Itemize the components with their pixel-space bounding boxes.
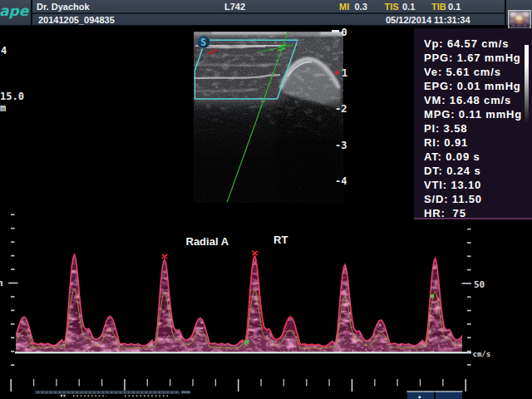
tis-value: 0.1 bbox=[402, 2, 415, 12]
measurement-line: VTI: 13.10 bbox=[424, 178, 530, 192]
velocity-ruler-tick bbox=[11, 228, 15, 229]
time-axis-tick bbox=[79, 379, 80, 387]
velocity-scale-label: 50 bbox=[474, 279, 485, 290]
velocity-ruler-tick bbox=[11, 337, 15, 338]
time-axis-tick bbox=[56, 379, 57, 387]
measurement-line: Vp: 64.57 cm/s bbox=[424, 37, 530, 51]
time-axis-tick bbox=[11, 379, 12, 392]
measurement-line: PPG: 1.67 mmHg bbox=[424, 51, 530, 65]
measurement-line: Ve: 5.61 cm/s bbox=[424, 65, 530, 79]
mi-label: MI bbox=[339, 2, 349, 12]
top-status-bar: cape Dr. Dyachok L742 MI 0.3 TIS 0.1 TIB… bbox=[0, 0, 532, 26]
left-fragment-gain: 4 bbox=[1, 46, 7, 56]
spectrum-baseline bbox=[15, 352, 471, 353]
time-axis-tick bbox=[466, 379, 466, 392]
measurement-line: MPG: 0.11 mmHg bbox=[424, 107, 530, 121]
measurement-line: RI: 0.91 bbox=[424, 135, 530, 150]
spectral-doppler-strip[interactable]: 50 cm/s bbox=[0, 206, 532, 399]
orientation-badge: S bbox=[197, 36, 209, 48]
tib-label: TIB bbox=[431, 2, 446, 12]
tib-value: 0.1 bbox=[448, 2, 461, 12]
tis-label: TIS bbox=[385, 2, 399, 12]
time-axis-tick bbox=[147, 379, 148, 387]
velocity-ruler-tick bbox=[11, 364, 15, 366]
time-axis-tick bbox=[306, 379, 307, 387]
time-axis-tick bbox=[33, 379, 34, 387]
badge-letter: S bbox=[200, 37, 206, 48]
left-fragment-freq: 15.0 bbox=[0, 91, 24, 101]
ultrasound-screen: cape Dr. Dyachok L742 MI 0.3 TIS 0.1 TIB… bbox=[0, 0, 532, 399]
exam-datetime: 05/12/2014 11:31:34 bbox=[386, 15, 470, 25]
depth-label-1: 1 bbox=[342, 68, 347, 78]
measurement-line: AT: 0.09 s bbox=[424, 150, 530, 164]
velocity-ruler-tick bbox=[11, 310, 15, 312]
row-separator bbox=[32, 12, 505, 14]
clip-thumbnail[interactable] bbox=[508, 10, 531, 29]
velocity-ruler-tick bbox=[462, 283, 472, 284]
time-axis-tick bbox=[215, 379, 216, 387]
measurement-list: Vp: 64.57 cm/sPPG: 1.67 mmHgVe: 5.61 cm/… bbox=[424, 37, 530, 220]
time-axis-tick bbox=[260, 379, 261, 387]
velocity-ruler-tick bbox=[467, 337, 471, 338]
measurement-line: S/D: 11.50 bbox=[424, 192, 530, 206]
velocity-ruler-tick bbox=[467, 310, 471, 312]
velocity-ruler-tick bbox=[11, 268, 15, 270]
measurement-line: PI: 3.58 bbox=[424, 121, 530, 135]
velocity-ruler-tick bbox=[11, 351, 15, 352]
depth-label-3: -3 bbox=[335, 140, 347, 150]
depth-tick-0 bbox=[332, 30, 340, 32]
patient-info-bar: Dr. Dyachok L742 MI 0.3 TIS 0.1 TIB 0.1 … bbox=[32, 0, 505, 25]
velocity-ruler-tick bbox=[467, 364, 471, 366]
exam-id: 20141205_094835 bbox=[38, 15, 115, 25]
time-axis-tick bbox=[420, 379, 421, 387]
mi-value: 0.3 bbox=[355, 2, 367, 12]
depth-label-4: -4 bbox=[335, 176, 347, 186]
velocity-ruler-tick bbox=[467, 351, 471, 352]
measurement-line: EPG: 0.01 mmHg bbox=[424, 79, 530, 93]
velocity-ruler-tick bbox=[11, 323, 15, 325]
velocity-ruler-tick bbox=[467, 255, 471, 257]
time-axis-tick bbox=[170, 379, 170, 387]
softkey-dot-icon bbox=[419, 397, 421, 399]
softkey-button-2[interactable] bbox=[436, 392, 462, 399]
velocity-ruler-tick bbox=[467, 269, 471, 271]
velocity-scale-unit: cm/s bbox=[473, 350, 491, 358]
velocity-ruler-tick bbox=[11, 214, 15, 215]
time-axis-tick bbox=[101, 379, 102, 387]
trace-cursor-dot bbox=[431, 294, 434, 298]
velocity-ruler-tick bbox=[467, 242, 471, 244]
time-axis-tick bbox=[124, 379, 125, 392]
velocity-ruler-tick bbox=[11, 296, 15, 298]
patient-name: Dr. Dyachok bbox=[37, 2, 90, 12]
time-axis-tick bbox=[283, 379, 284, 387]
velocity-ruler-tick bbox=[11, 255, 15, 257]
measurement-line: DT: 0.24 s bbox=[424, 164, 530, 178]
bmode-tissue bbox=[194, 32, 343, 203]
velocity-ruler-tick bbox=[8, 283, 18, 284]
measurement-panel: Vp: 64.57 cm/sPPG: 1.67 mmHgVe: 5.61 cm/… bbox=[414, 28, 532, 219]
time-axis-tick bbox=[442, 379, 443, 387]
velocity-ruler-tick bbox=[467, 296, 471, 298]
panel-scrollbar[interactable] bbox=[525, 45, 530, 122]
depth-label-0: 0 bbox=[342, 27, 347, 37]
spectrum-waveform bbox=[0, 254, 480, 352]
bottom-info-bar bbox=[35, 391, 190, 397]
velocity-ruler-tick bbox=[467, 323, 471, 325]
time-axis-tick bbox=[238, 379, 239, 392]
velocity-ruler-tick bbox=[467, 229, 471, 230]
measurement-line: VM: 16.48 cm/s bbox=[424, 93, 530, 107]
time-axis-tick bbox=[374, 379, 375, 387]
probe-model: L742 bbox=[224, 2, 245, 12]
time-axis-tick bbox=[397, 379, 397, 387]
depth-label-2: -2 bbox=[335, 104, 347, 114]
sonoscape-logo: cape bbox=[0, 2, 32, 19]
left-fragment-unit: m bbox=[0, 103, 6, 113]
time-axis-tick bbox=[352, 379, 352, 392]
time-axis-tick bbox=[192, 379, 193, 387]
bmode-image[interactable]: S bbox=[194, 32, 343, 203]
time-axis-tick bbox=[328, 379, 329, 387]
brand-logo-block: cape bbox=[0, 0, 31, 25]
velocity-ruler-tick bbox=[11, 241, 15, 243]
softkey-buttons[interactable] bbox=[407, 392, 463, 399]
